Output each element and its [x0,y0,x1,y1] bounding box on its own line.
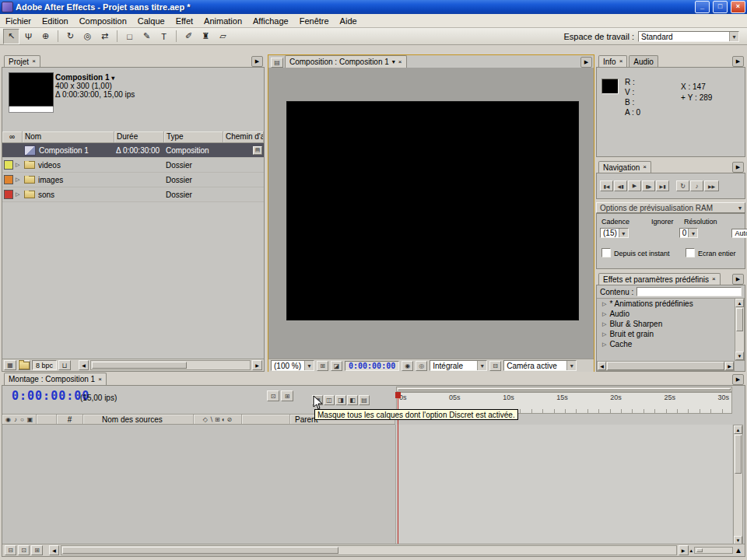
maximize-button[interactable]: □ [713,1,728,13]
expander-icon[interactable]: ▷ [16,191,19,198]
list-item[interactable]: ▷Blur & Sharpen [597,319,735,329]
panel-menu-arrow-icon[interactable]: ▶ [732,274,744,285]
expander-icon[interactable]: ▷ [602,331,606,338]
track-area[interactable] [395,425,732,545]
expand-layer-pane-icon[interactable]: ⊟ [5,545,16,555]
hand-tool[interactable]: Ψ [20,29,37,44]
close-tab-icon[interactable]: × [32,58,36,65]
play-icon[interactable]: ▶ [628,180,641,191]
next-frame-icon[interactable]: ▮▶ [642,180,655,191]
column-type[interactable]: Type [164,131,223,142]
menu-composition[interactable]: Composition [74,14,132,28]
column-layer-number[interactable]: # [57,415,83,424]
selection-tool[interactable]: ↖ [3,29,19,44]
trash-icon[interactable]: ⊔ [58,360,71,370]
pan-behind-tool[interactable]: ⇄ [96,29,113,44]
table-row[interactable]: ▷ videos Dossier [2,158,264,173]
region-of-interest-icon[interactable]: ⊟ [489,361,501,371]
mask-visibility-icon[interactable]: ◪ [331,361,342,371]
expand-inout-pane-icon[interactable]: ⊡ [18,545,30,555]
scroll-right-icon[interactable]: ▶ [252,360,262,370]
panel-menu-arrow-icon[interactable]: ▶ [732,374,744,385]
tab-navigation[interactable]: Navigation × [598,161,651,173]
tab-montage[interactable]: Montage : Composition 1 × [4,373,107,385]
column-source-name[interactable]: Nom des sources [83,415,194,424]
frame-blend-icon[interactable]: ⊞ [215,416,220,423]
zoom-in-mountain-icon[interactable]: ▲ [735,546,742,555]
close-tab-icon[interactable]: × [712,276,716,282]
full-screen-checkbox[interactable]: Ecran entier [686,248,736,257]
composition-viewport[interactable] [268,68,594,359]
quality-icon[interactable]: ◇ [203,416,208,423]
solo-icon[interactable]: ○ [20,416,24,423]
rotation-tool[interactable]: ↻ [62,29,79,44]
expander-icon[interactable]: ▷ [602,311,606,317]
list-item[interactable]: ▷Bruit et grain [597,329,735,339]
scroll-up-icon[interactable]: ▲ [735,299,744,307]
label-color[interactable] [4,175,13,184]
tab-info[interactable]: Info × [598,55,627,67]
column-nom[interactable]: Nom [23,131,114,142]
workspace-select[interactable]: Standard [638,31,739,42]
expand-modes-pane-icon[interactable]: ⊞ [31,545,43,555]
time-navigator[interactable] [396,387,732,392]
scroll-left-icon[interactable]: ◀ [49,545,59,555]
close-tab-icon[interactable]: × [619,58,623,65]
chevron-down-icon[interactable]: ▾ [392,58,395,65]
scroll-right-icon[interactable]: ▶ [679,545,689,555]
composition-canvas[interactable] [286,101,579,320]
table-row[interactable]: ▷ images Dossier [2,173,264,187]
adjustment-icon[interactable]: ⊘ [227,416,233,423]
column-duree[interactable]: Durée [114,131,164,142]
layer-list-area[interactable] [2,425,395,545]
menu-fichier[interactable]: Fichier [0,14,37,28]
eraser-tool[interactable]: ▱ [215,29,231,44]
list-item[interactable]: ▷Cache [597,339,735,349]
brush-tool[interactable]: ✐ [181,29,197,44]
composition-timecode[interactable]: 0:00:00:00 [345,361,399,371]
panel-menu-arrow-icon[interactable]: ▶ [580,57,592,68]
menu-fenetre[interactable]: Fenêtre [294,14,335,28]
expander-icon[interactable]: ▷ [602,301,606,307]
effects-vscrollbar[interactable]: ▲ ▼ [735,298,745,361]
interpret-footage-icon[interactable]: ▦ [4,360,16,370]
label-color[interactable] [4,190,13,199]
close-tab-icon[interactable]: × [643,164,647,170]
close-button[interactable]: × [731,1,745,13]
effects-search-input[interactable] [637,287,742,296]
active-camera-select[interactable]: Caméra active [503,360,577,371]
magnification-select[interactable]: (100 %) [271,360,314,371]
channels-icon[interactable]: ◎ [416,361,427,371]
close-tab-icon[interactable]: × [98,376,102,383]
project-item-name[interactable]: Composition 1 ▾ [55,73,135,82]
project-hscrollbar[interactable] [90,360,251,370]
effects-hscrollbar[interactable]: ◀ ▶ [597,361,735,371]
table-row[interactable]: Composition 1 Δ 0:00:30:00 Composition ▤ [2,143,264,158]
expander-icon[interactable]: ▷ [16,177,19,183]
motion-blur-icon[interactable]: ◐ [222,416,226,423]
panel-menu-arrow-icon[interactable]: ▶ [732,56,744,67]
menu-animation[interactable]: Animation [198,14,247,28]
expander-icon[interactable]: ▷ [602,321,606,327]
frame-blending-icon[interactable]: ◫ [324,395,335,405]
loop-icon[interactable]: ↻ [676,180,689,191]
timeline-zoom-slider[interactable] [694,547,733,554]
tab-effects[interactable]: Effets et paramètres prédéfinis × [598,273,721,285]
audio-icon[interactable]: ♪ [14,416,17,423]
scroll-left-icon[interactable]: ◀ [79,360,89,370]
cadence-select[interactable]: (15) [600,228,629,238]
zoom-tool[interactable]: ⊕ [37,29,54,44]
expander-icon[interactable]: ▷ [602,341,606,348]
motion-blur-icon[interactable]: ◨ [335,395,346,405]
panel-menu-arrow-icon[interactable]: ▶ [251,56,263,67]
ram-preview-header[interactable]: Options de prévisualisation RAM ▾ [596,202,745,213]
graph-editor-icon[interactable]: ▤ [359,395,370,405]
scroll-up-icon[interactable]: ▲ [734,425,742,434]
table-row[interactable]: ▷ sons Dossier [2,187,264,202]
list-item[interactable]: ▷* Animations prédéfinies [597,299,735,309]
tab-composition[interactable]: Composition : Composition 1 ▾ × [285,55,407,68]
text-tool[interactable]: T [156,29,172,44]
eye-icon[interactable]: ◉ [5,416,11,423]
tab-audio[interactable]: Audio [629,55,658,67]
safe-margins-icon[interactable]: ⊞ [317,361,328,371]
